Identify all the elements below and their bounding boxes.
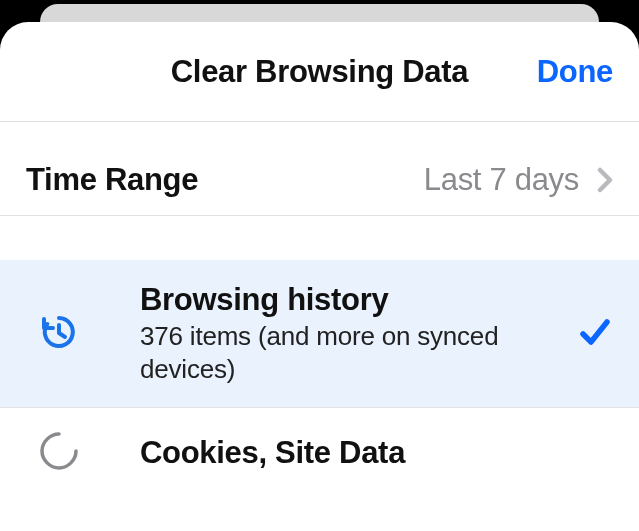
- clear-browsing-data-sheet: Clear Browsing Data Done Time Range Last…: [0, 22, 639, 531]
- row-title: Browsing history: [140, 282, 541, 318]
- spacer: [0, 216, 639, 260]
- row-text: Browsing history 376 items (and more on …: [140, 282, 541, 385]
- icon-slot: [0, 430, 118, 476]
- row-title: Cookies, Site Data: [140, 435, 541, 471]
- done-button[interactable]: Done: [537, 54, 613, 90]
- cookie-icon: [38, 430, 80, 476]
- chevron-right-icon: [597, 166, 613, 194]
- cookies-row[interactable]: Cookies, Site Data: [0, 408, 639, 498]
- history-icon: [38, 311, 80, 357]
- browsing-history-row[interactable]: Browsing history 376 items (and more on …: [0, 260, 639, 408]
- page-title: Clear Browsing Data: [171, 54, 469, 90]
- check-slot: [563, 314, 613, 354]
- row-subtitle: 376 items (and more on synced devices): [140, 320, 541, 385]
- spacer: [0, 122, 639, 144]
- icon-slot: [0, 311, 118, 357]
- checkmark-icon: [577, 314, 613, 354]
- row-text: Cookies, Site Data: [140, 435, 541, 471]
- time-range-value-group: Last 7 days: [424, 162, 613, 198]
- time-range-label: Time Range: [26, 162, 198, 198]
- time-range-row[interactable]: Time Range Last 7 days: [0, 144, 639, 216]
- time-range-value: Last 7 days: [424, 162, 579, 198]
- sheet-header: Clear Browsing Data Done: [0, 22, 639, 122]
